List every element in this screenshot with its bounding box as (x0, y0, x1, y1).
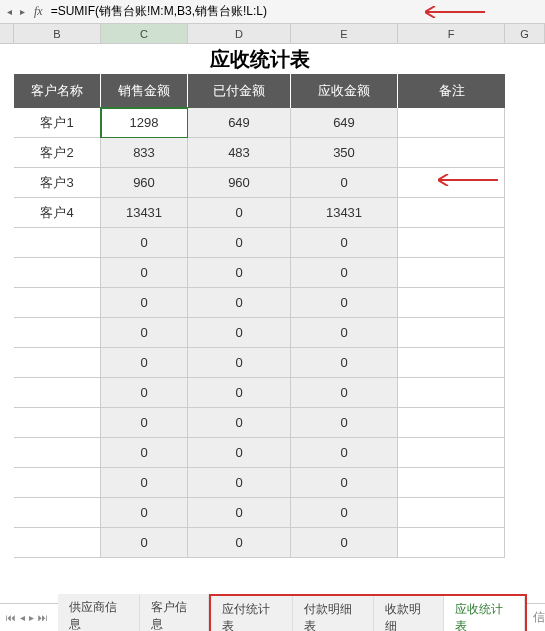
cell[interactable]: 0 (291, 438, 398, 468)
cell[interactable] (398, 348, 505, 378)
cell[interactable]: 客户3 (14, 168, 101, 198)
sheet-tab[interactable]: 付款明细表 (293, 596, 374, 632)
cell[interactable] (398, 258, 505, 288)
cell[interactable] (14, 438, 101, 468)
cell[interactable] (14, 258, 101, 288)
fx-icon[interactable]: fx (34, 4, 43, 19)
column-header[interactable]: D (188, 24, 291, 43)
tab-first-icon[interactable]: ⏮ (4, 612, 18, 623)
cell[interactable]: 0 (101, 498, 188, 528)
cell[interactable]: 0 (188, 318, 291, 348)
cell[interactable]: 客户4 (14, 198, 101, 228)
cell[interactable]: 0 (188, 288, 291, 318)
chevron-right-icon[interactable]: ▸ (17, 6, 28, 17)
cell[interactable]: 1298 (101, 108, 188, 138)
cell[interactable]: 0 (101, 318, 188, 348)
cell[interactable]: 0 (188, 468, 291, 498)
cell[interactable] (14, 348, 101, 378)
cell[interactable]: 0 (291, 258, 398, 288)
cell[interactable]: 0 (101, 348, 188, 378)
header-sales[interactable]: 销售金额 (101, 74, 188, 108)
cell[interactable] (398, 108, 505, 138)
header-paid[interactable]: 已付金额 (188, 74, 291, 108)
cell[interactable] (14, 288, 101, 318)
cell[interactable]: 0 (291, 288, 398, 318)
column-header[interactable]: B (14, 24, 101, 43)
cell[interactable] (14, 228, 101, 258)
cell[interactable] (398, 318, 505, 348)
cell[interactable]: 客户1 (14, 108, 101, 138)
sheet-tab[interactable]: 供应商信息 (58, 594, 140, 632)
sheet-tab[interactable]: 应收统计表 (444, 596, 525, 632)
header-due[interactable]: 应收金额 (291, 74, 398, 108)
select-all-corner[interactable] (0, 24, 14, 43)
cell[interactable]: 0 (188, 198, 291, 228)
page-title[interactable]: 应收统计表 (14, 44, 505, 74)
cell[interactable]: 0 (101, 528, 188, 558)
tab-next-icon[interactable]: ▸ (27, 612, 36, 623)
cell[interactable]: 0 (188, 228, 291, 258)
cell[interactable]: 833 (101, 138, 188, 168)
chevron-left-icon[interactable]: ◂ (4, 6, 15, 17)
tab-overflow[interactable]: 信 (527, 609, 545, 626)
cell[interactable] (398, 198, 505, 228)
cell[interactable]: 0 (291, 318, 398, 348)
cell[interactable]: 0 (101, 438, 188, 468)
cell[interactable] (14, 528, 101, 558)
cell[interactable]: 客户2 (14, 138, 101, 168)
cell[interactable]: 350 (291, 138, 398, 168)
cell[interactable]: 960 (188, 168, 291, 198)
tab-last-icon[interactable]: ⏭ (36, 612, 50, 623)
cell[interactable]: 0 (291, 498, 398, 528)
tab-prev-icon[interactable]: ◂ (18, 612, 27, 623)
cell[interactable]: 0 (188, 528, 291, 558)
cell[interactable]: 0 (188, 348, 291, 378)
cell[interactable]: 0 (101, 408, 188, 438)
cell[interactable]: 0 (188, 408, 291, 438)
cell[interactable]: 0 (291, 228, 398, 258)
cell[interactable]: 13431 (291, 198, 398, 228)
cell[interactable] (398, 408, 505, 438)
cell[interactable]: 0 (101, 468, 188, 498)
cell[interactable] (14, 468, 101, 498)
column-header[interactable]: E (291, 24, 398, 43)
cell[interactable] (398, 378, 505, 408)
header-customer[interactable]: 客户名称 (14, 74, 101, 108)
cell[interactable] (398, 498, 505, 528)
cell[interactable]: 0 (188, 258, 291, 288)
cell[interactable]: 0 (188, 378, 291, 408)
column-header[interactable]: F (398, 24, 505, 43)
cell[interactable] (398, 438, 505, 468)
cell[interactable] (14, 378, 101, 408)
cell[interactable]: 0 (188, 498, 291, 528)
column-header[interactable]: C (101, 24, 188, 43)
cell[interactable]: 649 (188, 108, 291, 138)
cell[interactable]: 649 (291, 108, 398, 138)
cell[interactable] (398, 468, 505, 498)
cell[interactable]: 0 (101, 228, 188, 258)
cell[interactable] (398, 288, 505, 318)
cell[interactable] (398, 528, 505, 558)
cell[interactable]: 0 (101, 258, 188, 288)
cell[interactable] (14, 318, 101, 348)
cell[interactable]: 0 (291, 348, 398, 378)
cell[interactable] (14, 408, 101, 438)
column-header[interactable]: G (505, 24, 545, 43)
sheet-tab[interactable]: 客户信息 (140, 594, 210, 632)
cell[interactable]: 0 (188, 438, 291, 468)
cell[interactable]: 13431 (101, 198, 188, 228)
sheet-tab[interactable]: 收款明细 (374, 596, 444, 632)
cell[interactable]: 960 (101, 168, 188, 198)
cell[interactable]: 0 (101, 288, 188, 318)
cell[interactable]: 0 (291, 468, 398, 498)
sheet-tab[interactable]: 应付统计表 (211, 596, 292, 632)
cell[interactable]: 0 (291, 168, 398, 198)
cell[interactable] (398, 138, 505, 168)
cell[interactable]: 483 (188, 138, 291, 168)
cell[interactable]: 0 (101, 378, 188, 408)
cell[interactable]: 0 (291, 528, 398, 558)
cell[interactable] (14, 498, 101, 528)
header-remark[interactable]: 备注 (398, 74, 505, 108)
cell[interactable]: 0 (291, 378, 398, 408)
cell[interactable] (398, 228, 505, 258)
